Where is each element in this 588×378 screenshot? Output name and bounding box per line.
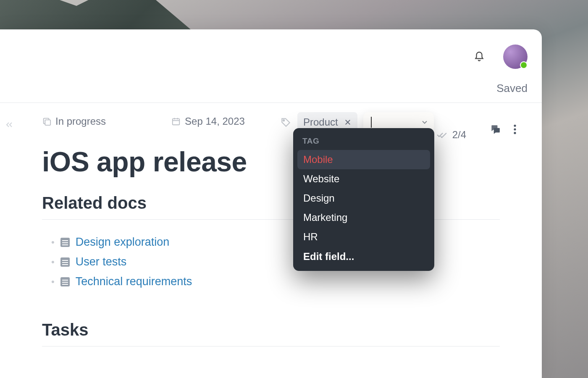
tag-option-hr[interactable]: HR bbox=[297, 227, 430, 247]
saved-status: Saved bbox=[496, 82, 528, 95]
svg-rect-1 bbox=[45, 120, 50, 125]
doc-link-user-tests[interactable]: User tests bbox=[76, 255, 127, 268]
svg-point-10 bbox=[514, 128, 516, 130]
tasks-heading: Tasks bbox=[42, 320, 500, 344]
divider bbox=[42, 346, 500, 346]
chevron-down-icon[interactable] bbox=[420, 118, 429, 126]
page-icon bbox=[60, 257, 70, 267]
tag-dropdown: TAG Mobile Website Design Marketing HR E… bbox=[293, 128, 434, 271]
svg-point-6 bbox=[283, 120, 284, 121]
bullet-icon: • bbox=[51, 276, 55, 287]
list-item: • Technical requirements bbox=[42, 272, 500, 291]
edit-field-action[interactable]: Edit field... bbox=[297, 247, 430, 266]
doc-link-design-exploration[interactable]: Design exploration bbox=[76, 236, 170, 249]
content: In progress Sep 14, 2023 Product bbox=[42, 103, 525, 378]
document-panel: Saved In progress Sep 14, 2023 bbox=[0, 29, 542, 378]
page-icon bbox=[60, 277, 70, 286]
tag-option-marketing[interactable]: Marketing bbox=[297, 208, 430, 227]
tag-option-website[interactable]: Website bbox=[297, 169, 430, 189]
tag-option-design[interactable]: Design bbox=[297, 189, 430, 208]
section-tasks: Tasks bbox=[42, 320, 500, 346]
bell-icon[interactable] bbox=[474, 51, 485, 62]
bullet-icon: • bbox=[51, 257, 55, 268]
tag-option-mobile[interactable]: Mobile bbox=[297, 150, 430, 169]
double-check-icon bbox=[436, 129, 447, 140]
comments-icon[interactable] bbox=[490, 124, 501, 135]
dropdown-section-label: TAG bbox=[297, 136, 430, 150]
page-icon bbox=[60, 238, 70, 247]
bullet-icon: • bbox=[51, 237, 55, 248]
status-icon bbox=[42, 117, 51, 126]
svg-point-11 bbox=[514, 132, 516, 134]
status-text: In progress bbox=[55, 116, 106, 127]
svg-point-9 bbox=[514, 125, 516, 127]
progress-text: 2/4 bbox=[452, 129, 466, 141]
tag-chip-label: Product bbox=[303, 116, 338, 128]
doc-title[interactable]: iOS app release bbox=[42, 146, 247, 178]
svg-rect-2 bbox=[173, 119, 180, 125]
progress-field[interactable]: 2/4 bbox=[436, 129, 466, 141]
doc-link-technical-requirements[interactable]: Technical requirements bbox=[76, 275, 192, 288]
date-field[interactable]: Sep 14, 2023 bbox=[171, 116, 245, 127]
topbar: Saved bbox=[0, 29, 542, 103]
date-text: Sep 14, 2023 bbox=[185, 116, 245, 127]
topbar-right bbox=[474, 45, 528, 69]
avatar[interactable] bbox=[503, 45, 528, 69]
more-icon[interactable] bbox=[513, 124, 517, 135]
status-field[interactable]: In progress bbox=[42, 116, 106, 127]
text-caret bbox=[371, 117, 372, 128]
doc-meta-toolbar: In progress Sep 14, 2023 Product bbox=[42, 116, 525, 127]
remove-tag-icon[interactable] bbox=[344, 118, 352, 126]
calendar-icon bbox=[171, 117, 181, 126]
collapse-sidebar-icon[interactable] bbox=[4, 120, 14, 130]
tag-icon bbox=[281, 117, 291, 128]
doc-actions bbox=[490, 124, 517, 135]
